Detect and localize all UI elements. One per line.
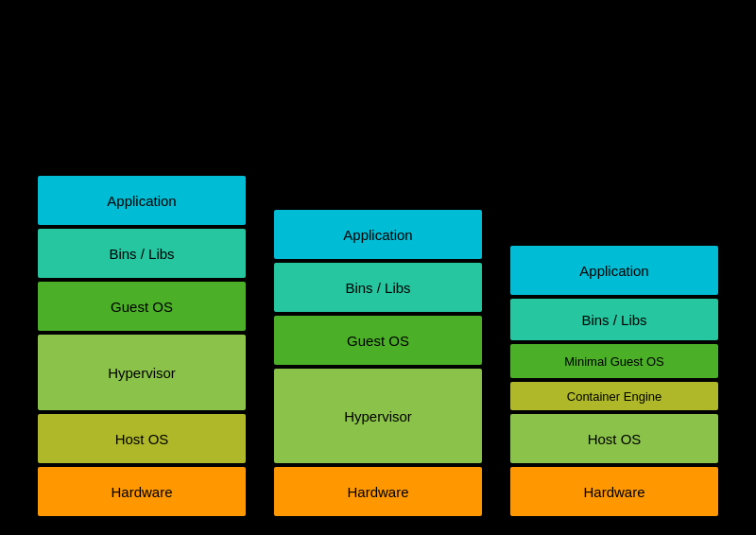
layer-application-1: Application [38,176,246,225]
layer-hypervisor-1: Hypervisor [38,335,246,410]
layer-bins-3: Bins / Libs [510,299,718,340]
layer-bins-1: Bins / Libs [38,229,246,278]
column-3: Application Bins / Libs Minimal Guest OS… [510,246,718,516]
layer-hardware-2: Hardware [274,467,482,516]
layer-hostos-3: Host OS [510,414,718,463]
layer-bins-2: Bins / Libs [274,263,482,312]
layer-hypervisor-2: Hypervisor [274,369,482,463]
layer-application-3: Application [510,246,718,295]
column-1: Application Bins / Libs Guest OS Hypervi… [38,176,246,516]
layer-hardware-1: Hardware [38,467,246,516]
layer-hostos-1: Host OS [38,414,246,463]
layer-container-3: Container Engine [510,382,718,410]
layer-guestos-1: Guest OS [38,282,246,331]
layer-hardware-3: Hardware [510,467,718,516]
column-2: Application Bins / Libs Guest OS Hypervi… [274,210,482,516]
layer-minguestos-3: Minimal Guest OS [510,344,718,378]
layer-application-2: Application [274,210,482,259]
layer-guestos-2: Guest OS [274,316,482,365]
architecture-diagram: Application Bins / Libs Guest OS Hypervi… [0,0,756,535]
